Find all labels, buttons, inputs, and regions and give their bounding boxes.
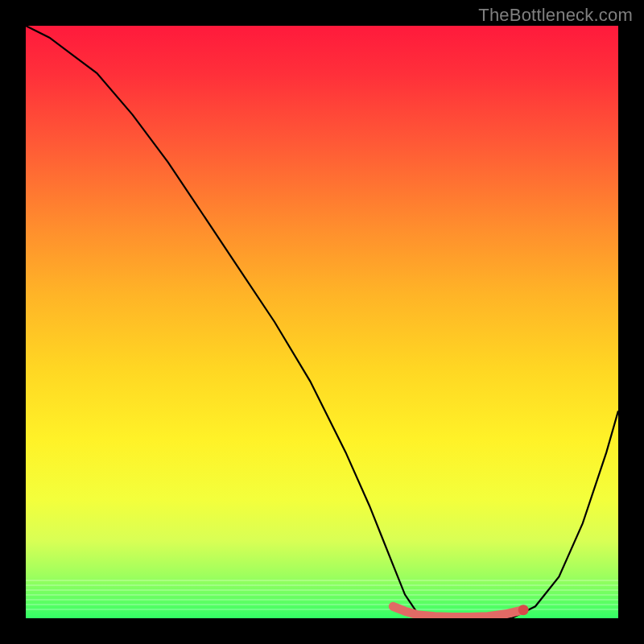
watermark-text: TheBottleneck.com <box>478 5 633 26</box>
chart-frame: TheBottleneck.com <box>0 0 644 644</box>
plot-area <box>26 26 618 618</box>
